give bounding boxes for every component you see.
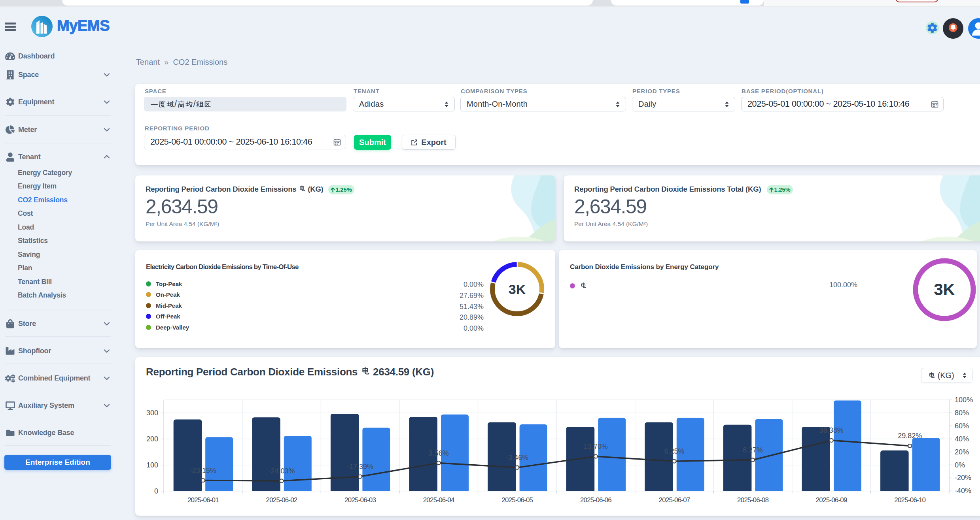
- svg-text:-24.03%: -24.03%: [268, 467, 295, 475]
- svg-text:40%: 40%: [955, 435, 969, 443]
- svg-text:2025-06-08: 2025-06-08: [737, 496, 768, 504]
- svg-text:200: 200: [146, 435, 158, 443]
- svg-text:2025-06-10: 2025-06-10: [894, 496, 925, 504]
- svg-text:-23.15%: -23.15%: [190, 467, 216, 475]
- svg-text:2025-06-02: 2025-06-02: [266, 496, 297, 504]
- svg-text:6.25%: 6.25%: [664, 447, 684, 455]
- svg-text:2025-06-07: 2025-06-07: [659, 496, 690, 504]
- svg-text:-3.46%: -3.46%: [506, 454, 528, 462]
- svg-text:38.38%: 38.38%: [819, 426, 844, 434]
- svg-text:300: 300: [146, 409, 158, 417]
- svg-text:60%: 60%: [955, 422, 969, 430]
- svg-text:0%: 0%: [955, 461, 965, 469]
- svg-text:3K: 3K: [509, 282, 526, 297]
- svg-text:80%: 80%: [955, 409, 969, 417]
- svg-text:29.82%: 29.82%: [898, 432, 922, 440]
- svg-text:2025-06-04: 2025-06-04: [423, 496, 454, 504]
- svg-text:2025-06-01: 2025-06-01: [187, 496, 219, 504]
- svg-text:100%: 100%: [955, 396, 973, 404]
- svg-text:3.56%: 3.56%: [429, 449, 449, 457]
- svg-text:2025-06-05: 2025-06-05: [501, 496, 533, 504]
- svg-text:8.27%: 8.27%: [743, 446, 763, 454]
- svg-text:2025-06-06: 2025-06-06: [580, 496, 611, 504]
- svg-text:2025-06-09: 2025-06-09: [816, 496, 847, 504]
- svg-text:-40%: -40%: [955, 487, 971, 495]
- svg-text:100: 100: [146, 461, 158, 469]
- svg-text:0: 0: [154, 487, 158, 495]
- svg-text:2025-06-03: 2025-06-03: [344, 496, 376, 504]
- svg-text:-17.39%: -17.39%: [347, 463, 373, 471]
- svg-text:3K: 3K: [934, 280, 955, 299]
- svg-text:20%: 20%: [955, 448, 969, 456]
- svg-text:-20%: -20%: [955, 474, 971, 482]
- svg-text:13.70%: 13.70%: [584, 443, 608, 450]
